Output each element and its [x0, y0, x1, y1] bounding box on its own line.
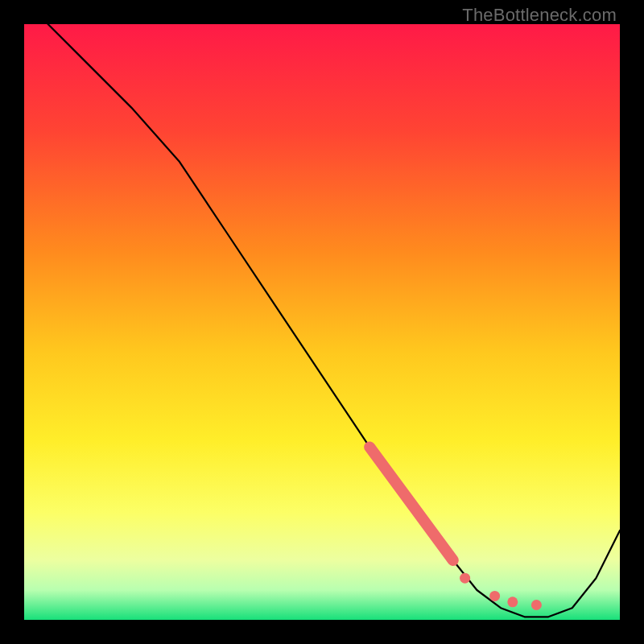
gradient-background [24, 24, 620, 620]
highlight-dot [460, 573, 470, 584]
watermark-text: TheBottleneck.com [462, 5, 617, 26]
highlight-dot [531, 600, 542, 610]
highlight-dot [507, 597, 518, 607]
highlight-dot [489, 591, 500, 601]
chart-frame [24, 24, 620, 620]
bottleneck-chart [24, 24, 620, 620]
